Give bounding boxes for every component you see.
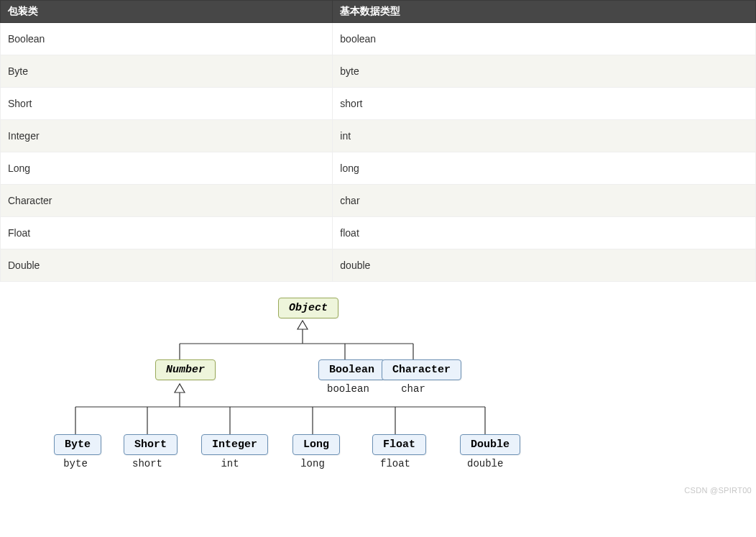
node-integer: Integer <box>201 434 268 455</box>
table-row: Bytebyte <box>1 55 756 88</box>
node-byte: Byte <box>54 434 101 455</box>
sublabel-boolean: boolean <box>327 383 363 395</box>
sublabel-float: float <box>378 458 412 469</box>
cell-primitive: double <box>333 249 756 282</box>
node-short: Short <box>124 434 178 455</box>
cell-wrapper: Double <box>1 249 333 282</box>
cell-primitive: boolean <box>333 23 756 55</box>
node-long: Long <box>292 434 340 455</box>
sublabel-integer: int <box>217 458 243 469</box>
table-row: Characterchar <box>1 185 756 217</box>
cell-primitive: float <box>333 217 756 249</box>
cell-wrapper: Float <box>1 217 333 249</box>
table-row: Booleanboolean <box>1 23 756 55</box>
cell-wrapper: Character <box>1 185 333 217</box>
table-row: Floatfloat <box>1 217 756 249</box>
cell-primitive: char <box>333 185 756 217</box>
cell-wrapper: Short <box>1 88 333 120</box>
class-hierarchy-diagram: Object Number Boolean boolean Character … <box>36 282 553 497</box>
cell-wrapper: Long <box>1 152 333 185</box>
table-row: Integerint <box>1 120 756 152</box>
sublabel-character: char <box>397 383 429 395</box>
col-header-wrapper: 包装类 <box>1 1 333 23</box>
wrapper-class-table: 包装类 基本数据类型 Booleanboolean Bytebyte Short… <box>0 0 756 282</box>
cell-primitive: short <box>333 88 756 120</box>
node-number: Number <box>155 359 216 380</box>
node-character: Character <box>382 359 461 380</box>
cell-primitive: int <box>333 120 756 152</box>
cell-primitive: long <box>333 152 756 185</box>
node-object: Object <box>278 298 338 318</box>
sublabel-double: double <box>467 458 503 469</box>
table-row: Longlong <box>1 152 756 185</box>
watermark: CSDN @SPIRT00 <box>684 486 752 495</box>
node-float: Float <box>372 434 426 455</box>
sublabel-byte: byte <box>60 458 91 469</box>
node-double: Double <box>460 434 520 455</box>
sublabel-short: short <box>130 458 165 469</box>
sublabel-long: long <box>297 458 328 469</box>
node-boolean: Boolean <box>318 359 385 380</box>
cell-wrapper: Integer <box>1 120 333 152</box>
table-row: Shortshort <box>1 88 756 120</box>
cell-primitive: byte <box>333 55 756 88</box>
table-row: Doubledouble <box>1 249 756 282</box>
cell-wrapper: Boolean <box>1 23 333 55</box>
col-header-primitive: 基本数据类型 <box>333 1 756 23</box>
cell-wrapper: Byte <box>1 55 333 88</box>
